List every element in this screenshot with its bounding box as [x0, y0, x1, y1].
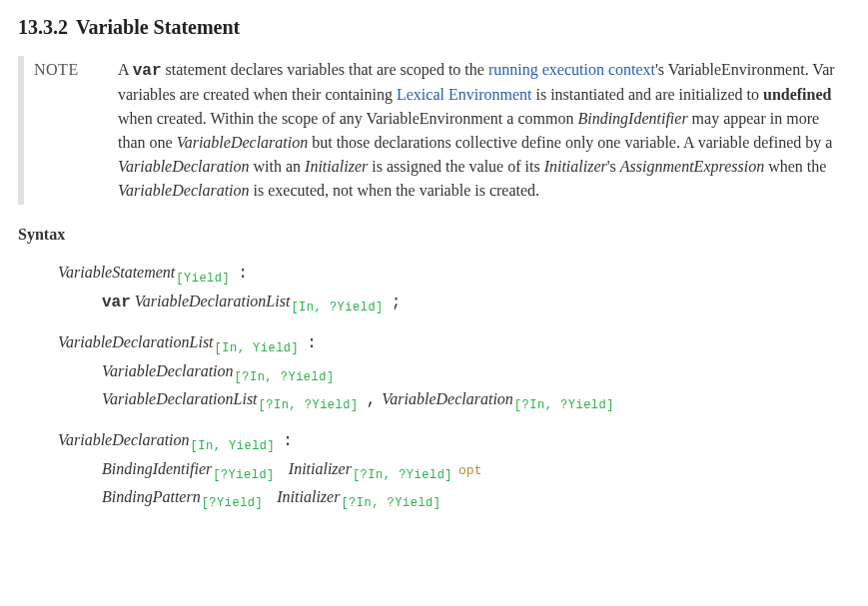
nonterminal: VariableDeclaration: [177, 134, 309, 151]
production-variable-declaration: VariableDeclaration[In, Yield]: BindingI…: [58, 428, 850, 509]
section-heading: 13.3.2Variable Statement: [18, 12, 850, 42]
grammar-params: [Yield]: [176, 272, 230, 286]
nonterminal: Initializer: [305, 158, 368, 175]
grammar-params: [In, ?Yield]: [291, 301, 383, 314]
var-terminal: var: [102, 294, 131, 311]
grammar-params: [?In, ?Yield]: [353, 468, 452, 482]
grammar-params: [In, Yield]: [191, 439, 276, 453]
note-text: 's: [607, 158, 620, 175]
comma-terminal: ,: [367, 391, 377, 409]
grammar-params: [?Yield]: [202, 496, 264, 510]
nonterminal: VariableDeclaration: [118, 182, 250, 199]
grammar-params: [?In, ?Yield]: [259, 398, 359, 412]
note-text: A: [118, 61, 133, 78]
section-number: 13.3.2: [18, 16, 68, 38]
rhs-nonterminal: VariableDeclaration: [382, 390, 513, 407]
nonterminal: BindingIdentifier: [577, 110, 687, 127]
opt-marker: opt: [458, 463, 481, 478]
syntax-heading: Syntax: [18, 223, 850, 247]
note-text: is executed, not when the variable is cr…: [250, 182, 540, 199]
grammar-params: [In, Yield]: [215, 341, 300, 355]
semicolon-terminal: ;: [392, 294, 402, 311]
note-text: is assigned the value of its: [368, 158, 543, 175]
nonterminal: Initializer: [544, 158, 607, 175]
note-text: but those declarations collective define…: [308, 134, 832, 151]
production-variable-statement: VariableStatement[Yield]: var VariableDe…: [58, 261, 850, 314]
nonterminal: VariableDeclaration: [118, 158, 250, 175]
undefined-keyword: undefined: [763, 86, 831, 103]
note-block: NOTE A var statement declares variables …: [18, 56, 850, 205]
rhs-nonterminal: VariableDeclarationList: [102, 390, 258, 407]
var-keyword: var: [133, 62, 162, 80]
grammar-params: [?In, ?Yield]: [235, 370, 335, 384]
lexical-environment-link[interactable]: Lexical Environment: [397, 86, 532, 103]
colon: :: [238, 265, 248, 283]
nonterminal: AssignmentExpression: [620, 158, 764, 175]
note-label: NOTE: [34, 58, 118, 203]
rhs-nonterminal: Initializer: [277, 488, 340, 505]
rhs-nonterminal: Initializer: [289, 460, 352, 477]
lhs-nonterminal: VariableDeclaration: [58, 431, 190, 448]
lhs-nonterminal: VariableStatement: [58, 264, 175, 281]
colon: :: [283, 432, 293, 450]
grammar-block: VariableStatement[Yield]: var VariableDe…: [18, 261, 850, 509]
rhs-nonterminal: VariableDeclaration: [102, 362, 234, 379]
lhs-nonterminal: VariableDeclarationList: [58, 333, 214, 350]
running-execution-context-link[interactable]: running execution context: [488, 61, 655, 78]
rhs-nonterminal: VariableDeclarationList: [135, 293, 291, 309]
grammar-params: [?In, ?Yield]: [514, 398, 614, 412]
section-title: Variable Statement: [76, 16, 240, 38]
note-text: with an: [250, 158, 306, 175]
grammar-params: [?In, ?Yield]: [341, 496, 440, 510]
note-text: is instantiated and are initialized to: [532, 86, 763, 103]
grammar-params: [?Yield]: [213, 468, 275, 482]
rhs-nonterminal: BindingPattern: [102, 488, 201, 505]
note-text: when the: [764, 158, 826, 175]
rhs-nonterminal: BindingIdentifier: [102, 460, 212, 477]
note-body: A var statement declares variables that …: [118, 58, 850, 203]
note-text: when created. Within the scope of any Va…: [118, 110, 577, 127]
note-text: statement declares variables that are sc…: [161, 61, 487, 78]
production-variable-declaration-list: VariableDeclarationList[In, Yield]: Vari…: [58, 330, 850, 412]
colon: :: [307, 334, 317, 352]
